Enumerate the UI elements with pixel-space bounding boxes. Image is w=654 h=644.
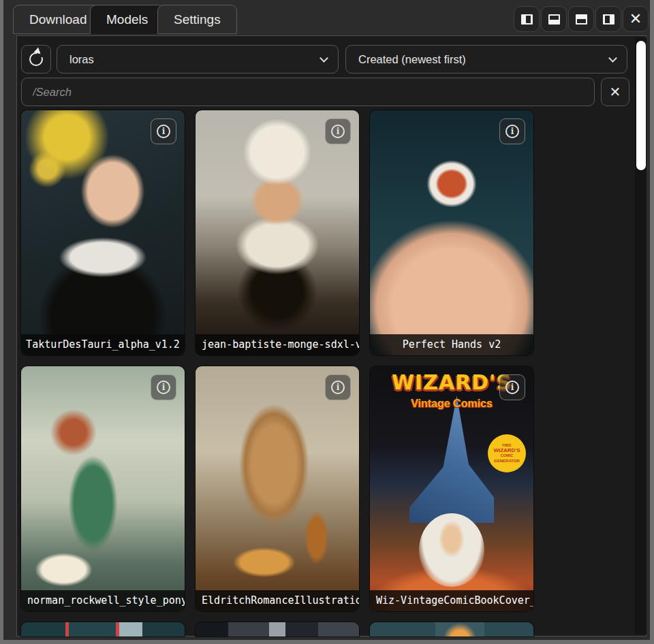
dock-bottom-button[interactable] — [568, 6, 594, 32]
dock-top-button[interactable] — [541, 6, 567, 32]
model-thumbnail: WIZARD'S Vintage Comics FREE WIZARD'S CO… — [370, 366, 533, 611]
model-card-partial[interactable] — [196, 622, 359, 637]
model-name-label: norman_rockwell_style_pony — [21, 590, 185, 611]
thumbnail-cover-badge: FREE WIZARD'S COMIC GENERATOR — [488, 434, 526, 472]
tab-models-label: Models — [106, 12, 148, 27]
model-thumbnail — [21, 366, 185, 611]
tab-download-label: Download — [29, 12, 87, 27]
model-name-label: jean-baptiste-monge-sdxl-v — [196, 334, 359, 355]
sort-select[interactable]: Created (newest first) — [345, 45, 627, 74]
refresh-button[interactable] — [21, 45, 51, 74]
clear-icon: ✕ — [610, 85, 621, 99]
dock-right-button[interactable] — [514, 6, 540, 32]
dock-top-icon — [548, 14, 560, 25]
model-card-partial[interactable] — [21, 622, 185, 637]
close-icon: ✕ — [629, 12, 642, 27]
dock-bottom-icon — [576, 14, 587, 25]
dock-left-button[interactable] — [595, 6, 621, 32]
info-button[interactable]: i — [325, 374, 351, 400]
model-card-norman-rockwell[interactable]: i norman_rockwell_style_pony — [21, 366, 185, 611]
tab-bar: Download Models Settings ✕ — [3, 0, 650, 35]
model-type-selected-value: loras — [69, 53, 94, 66]
info-button[interactable]: i — [325, 118, 351, 144]
chevron-down-icon — [320, 54, 328, 63]
model-thumbnail — [196, 622, 359, 637]
model-thumbnail — [370, 622, 533, 637]
model-name-label: Wiz-VintageComicBookCover_ — [370, 590, 533, 611]
info-icon: i — [331, 125, 345, 138]
model-thumbnail — [196, 110, 359, 355]
model-card-takturdestauri[interactable]: i TakturDesTauri_alpha_v1.2 — [21, 110, 185, 355]
info-icon: i — [505, 125, 519, 138]
info-button[interactable]: i — [151, 374, 176, 400]
close-button[interactable]: ✕ — [623, 6, 649, 32]
info-icon: i — [331, 381, 345, 394]
search-input[interactable] — [21, 78, 595, 106]
model-card-eldritch-romance[interactable]: i EldritchRomanceIllustratio — [196, 366, 359, 611]
tab-settings-label: Settings — [174, 12, 221, 27]
info-icon: i — [505, 381, 519, 394]
info-icon: i — [157, 381, 170, 394]
model-thumbnail — [21, 622, 185, 637]
info-button[interactable]: i — [499, 118, 525, 144]
tab-models[interactable]: Models — [90, 5, 164, 34]
info-icon: i — [157, 125, 170, 138]
model-name-label: TakturDesTauri_alpha_v1.2 — [21, 334, 185, 355]
model-card-partial[interactable] — [370, 622, 533, 637]
model-card-wiz-vintage-comic[interactable]: WIZARD'S Vintage Comics FREE WIZARD'S CO… — [370, 366, 533, 611]
dock-left-icon — [603, 14, 614, 25]
wizard-beard-art — [419, 513, 484, 587]
sort-selected-value: Created (newest first) — [358, 53, 466, 66]
model-card-perfect-hands[interactable]: i Perfect Hands v2 — [370, 110, 533, 355]
info-button[interactable]: i — [499, 374, 525, 400]
wizard-hat-art — [409, 396, 495, 523]
scrollbar-track[interactable] — [635, 37, 647, 634]
model-name-label: EldritchRomanceIllustratio — [196, 590, 359, 611]
model-thumbnail — [196, 366, 359, 611]
model-thumbnail — [21, 110, 185, 355]
clear-search-button[interactable]: ✕ — [601, 78, 629, 106]
refresh-icon — [29, 52, 43, 66]
model-thumbnail — [370, 110, 533, 355]
model-name-label: Perfect Hands v2 — [370, 334, 533, 355]
scrollbar-thumb[interactable] — [636, 41, 646, 170]
dock-right-icon — [521, 14, 533, 25]
chevron-down-icon — [608, 54, 617, 63]
app-window: Download Models Settings ✕ loras — [0, 0, 654, 644]
model-type-select[interactable]: loras — [57, 45, 339, 74]
model-card-jean-baptiste-monge[interactable]: i jean-baptiste-monge-sdxl-v — [196, 110, 359, 355]
info-button[interactable]: i — [151, 118, 176, 144]
tab-settings[interactable]: Settings — [157, 5, 237, 34]
